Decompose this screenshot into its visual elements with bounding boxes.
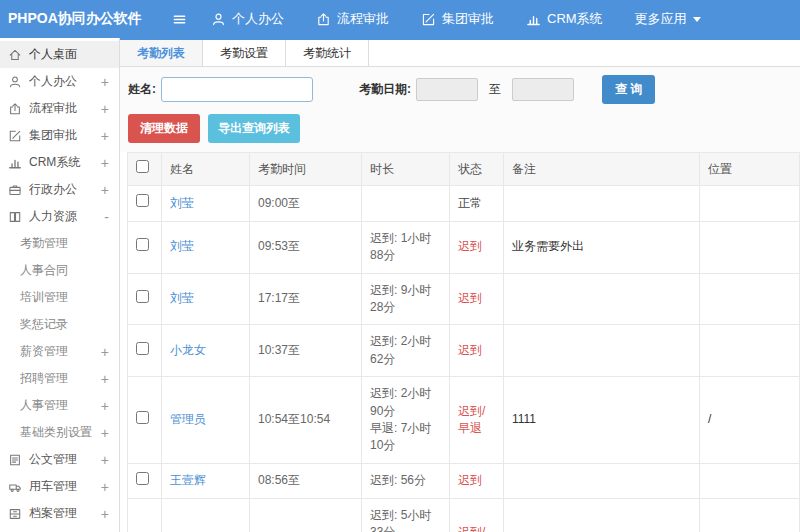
nav-item-personal-office[interactable]: 个人办公 (211, 10, 284, 28)
menu-toggle-button[interactable] (172, 12, 187, 27)
select-all-checkbox[interactable] (136, 160, 149, 173)
employee-name-link[interactable]: 管理员 (170, 412, 206, 426)
remark-cell: 业务需要外出 (504, 221, 700, 273)
nav-item-workflow-approval[interactable]: 流程审批 (316, 10, 389, 28)
main-content: 考勤列表考勤设置考勤统计 姓名: 考勤日期: 至 查 询 清理数据 导出查询列表 (120, 38, 800, 532)
sidebar-item-vehicle-mgmt[interactable]: 用车管理+ (0, 473, 119, 500)
expand-toggle[interactable]: + (101, 156, 109, 170)
sidebar-item-label: 集团审批 (29, 127, 101, 144)
employee-name-link[interactable]: 王壹辉 (170, 473, 206, 487)
expand-toggle[interactable]: + (101, 345, 109, 359)
sidebar-item-base-category-settings[interactable]: 基础类别设置+ (0, 419, 119, 446)
column-header: 备注 (504, 153, 700, 186)
table-body: 刘莹09:00至正常刘莹09:53至迟到: 1小时88分迟到业务需要外出刘莹17… (128, 186, 800, 532)
remark-cell (504, 463, 700, 498)
sidebar-item-admin-office[interactable]: 行政办公+ (0, 176, 119, 203)
employee-name-link[interactable]: 刘莹 (170, 239, 194, 253)
expand-toggle[interactable]: + (101, 75, 109, 89)
sidebar-item-human-resources[interactable]: 人力资源- (0, 203, 119, 230)
sidebar-item-label: 人力资源 (29, 208, 104, 225)
sidebar-item-personnel-mgmt[interactable]: 人事管理+ (0, 392, 119, 419)
nav-item-label: 更多应用 (635, 10, 687, 28)
sidebar-item-document-mgmt[interactable]: 公文管理+ (0, 446, 119, 473)
remark-cell (504, 325, 700, 377)
share-icon (316, 12, 331, 27)
sidebar-item-workflow-approval[interactable]: 流程审批+ (0, 95, 119, 122)
sidebar-item-project-mgmt[interactable]: 项目管理+ (0, 527, 119, 532)
remark-cell (504, 186, 700, 221)
duration-cell: 迟到: 2小时62分 (362, 325, 450, 377)
sidebar-item-archive-mgmt[interactable]: 档案管理+ (0, 500, 119, 527)
row-checkbox[interactable] (136, 342, 149, 355)
sidebar-item-crm-system[interactable]: CRM系统+ (0, 149, 119, 176)
sidebar-item-label: 个人办公 (29, 73, 101, 90)
expand-toggle[interactable]: + (101, 507, 109, 521)
expand-toggle[interactable]: + (101, 480, 109, 494)
employee-name-link[interactable]: 小龙女 (170, 343, 206, 357)
date-from-input[interactable] (416, 78, 478, 101)
sidebar-item-salary-mgmt[interactable]: 薪资管理+ (0, 338, 119, 365)
date-to-input[interactable] (512, 78, 574, 101)
caret-down-icon (693, 17, 701, 26)
column-header: 姓名 (162, 153, 250, 186)
nav-item-crm-system[interactable]: CRM系统 (526, 10, 603, 28)
sidebar-item-reward-punishment[interactable]: 奖惩记录 (0, 311, 119, 338)
duration-cell (362, 186, 450, 221)
sidebar: 个人桌面个人办公+流程审批+集团审批+CRM系统+行政办公+人力资源-考勤管理人… (0, 38, 120, 532)
attendance-time-cell: 13:20至13:20 (250, 499, 362, 532)
sidebar-item-hr-contract[interactable]: 人事合同 (0, 257, 119, 284)
clear-data-button[interactable]: 清理数据 (128, 114, 200, 143)
row-checkbox[interactable] (136, 238, 149, 251)
row-checkbox[interactable] (136, 290, 149, 303)
sidebar-item-label: 个人桌面 (29, 46, 109, 63)
tab-attendance-list[interactable]: 考勤列表 (120, 40, 203, 66)
app-logo: PHPOA协同办公软件 (0, 10, 160, 28)
tab-attendance-settings[interactable]: 考勤设置 (203, 40, 286, 66)
sidebar-item-attendance-mgmt[interactable]: 考勤管理 (0, 230, 119, 257)
expand-toggle[interactable]: + (101, 453, 109, 467)
row-checkbox[interactable] (136, 411, 149, 424)
row-checkbox[interactable] (136, 194, 149, 207)
user-icon (8, 75, 22, 89)
expand-toggle[interactable]: - (104, 210, 109, 224)
location-cell (700, 463, 800, 498)
edit-icon (8, 129, 22, 143)
status-badge: 迟到 (458, 239, 482, 253)
chart-icon (526, 12, 541, 27)
remark-cell: 1111 (504, 377, 700, 464)
location-cell (700, 325, 800, 377)
sidebar-item-label: CRM系统 (29, 154, 101, 171)
row-checkbox[interactable] (136, 472, 149, 485)
nav-item-more-apps[interactable]: 更多应用 (635, 10, 701, 28)
sidebar-item-label: 人事管理 (20, 397, 101, 414)
expand-toggle[interactable]: + (101, 399, 109, 413)
search-button[interactable]: 查 询 (602, 75, 655, 104)
sidebar-item-label: 档案管理 (29, 505, 101, 522)
export-list-button[interactable]: 导出查询列表 (208, 114, 300, 143)
expand-toggle[interactable]: + (101, 426, 109, 440)
expand-toggle[interactable]: + (101, 183, 109, 197)
remark-cell (504, 273, 700, 325)
employee-name-link[interactable]: 刘莹 (170, 196, 194, 210)
date-to-label: 至 (489, 81, 501, 98)
expand-toggle[interactable]: + (101, 102, 109, 116)
status-badge: 迟到/早退 (458, 525, 485, 532)
duration-line: 早退: 7小时10分 (370, 420, 441, 455)
sidebar-item-group-approval[interactable]: 集团审批+ (0, 122, 119, 149)
expand-toggle[interactable]: + (101, 372, 109, 386)
sidebar-item-label: 行政办公 (29, 181, 101, 198)
sidebar-item-label: 公文管理 (29, 451, 101, 468)
name-filter-input[interactable] (161, 77, 313, 102)
edit-icon (421, 12, 436, 27)
expand-toggle[interactable]: + (101, 129, 109, 143)
sidebar-item-label: 考勤管理 (20, 235, 109, 252)
location-cell (700, 221, 800, 273)
location-cell: / (700, 499, 800, 532)
sidebar-item-personal-office[interactable]: 个人办公+ (0, 68, 119, 95)
sidebar-item-personal-desktop[interactable]: 个人桌面 (0, 41, 119, 68)
sidebar-item-training-mgmt[interactable]: 培训管理 (0, 284, 119, 311)
nav-item-group-approval[interactable]: 集团审批 (421, 10, 494, 28)
employee-name-link[interactable]: 刘莹 (170, 291, 194, 305)
sidebar-item-recruit-mgmt[interactable]: 招聘管理+ (0, 365, 119, 392)
tab-attendance-stats[interactable]: 考勤统计 (286, 40, 369, 66)
